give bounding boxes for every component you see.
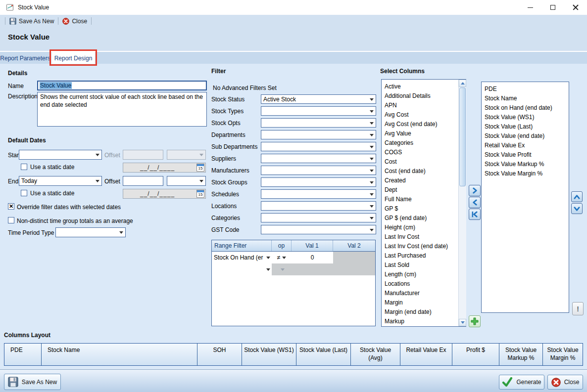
layout-column-header[interactable]: Stock Value (Last)	[296, 344, 351, 365]
filter-combo[interactable]	[261, 118, 376, 128]
list-item[interactable]: Markup	[382, 317, 458, 326]
filter-combo[interactable]	[261, 130, 376, 139]
list-item[interactable]: Stock Name	[482, 94, 569, 103]
layout-column-header[interactable]: PDE	[4, 344, 42, 365]
list-item[interactable]: Margin	[382, 298, 458, 307]
layout-column-header[interactable]: Stock Value (Avg)	[351, 344, 400, 365]
list-item[interactable]: Full Name	[382, 195, 458, 204]
list-item[interactable]: Stock Value Margin %	[482, 169, 569, 178]
calendar-icon[interactable]: 15	[196, 190, 204, 198]
layout-column-header[interactable]: Stock Value Markup %	[499, 344, 543, 365]
layout-column-header[interactable]: Profit $	[452, 344, 499, 365]
list-item[interactable]: PDE	[482, 85, 569, 94]
filter-combo[interactable]	[261, 213, 376, 222]
list-item[interactable]: GP $ (end date)	[382, 214, 458, 223]
close-toolbar-button[interactable]: Close	[61, 18, 89, 25]
layout-column-header[interactable]: Stock Name	[42, 344, 197, 365]
range-val1-cell[interactable]: 0	[292, 252, 333, 263]
start-date-combo[interactable]	[19, 150, 102, 160]
list-item[interactable]: Stock Value (WS1)	[482, 113, 569, 122]
save-as-new-button[interactable]: Save As New	[4, 374, 61, 390]
filter-combo[interactable]	[261, 106, 376, 116]
list-item[interactable]: Additional Details	[382, 91, 458, 101]
list-item[interactable]: Active	[382, 82, 458, 91]
move-up-button[interactable]	[571, 191, 583, 202]
filter-combo[interactable]	[261, 189, 376, 199]
move-down-button[interactable]	[571, 203, 583, 214]
time-period-type-combo[interactable]	[55, 227, 126, 237]
list-item[interactable]: Created	[382, 176, 458, 185]
move-left-button[interactable]	[469, 197, 481, 208]
range-field-combo-empty[interactable]	[212, 263, 272, 275]
layout-column-header[interactable]: SOH	[197, 344, 242, 365]
name-input[interactable]: Stock Value	[37, 81, 207, 90]
column-info-button[interactable]: !	[572, 302, 584, 315]
end-static-date-checkbox[interactable]	[21, 190, 27, 196]
filter-combo[interactable]	[261, 142, 376, 151]
range-field-combo[interactable]: Stock On Hand (er	[212, 252, 272, 263]
range-op-combo[interactable]: ≠	[272, 252, 292, 263]
filter-combo[interactable]	[261, 201, 376, 211]
move-right-button[interactable]	[469, 185, 481, 196]
list-item[interactable]: Cost (end date)	[382, 167, 458, 176]
list-item[interactable]: Avg Value	[382, 129, 458, 138]
selected-columns-listbox[interactable]: PDEStock NameStock on Hand (end date)Sto…	[481, 82, 569, 313]
list-item[interactable]: Stock on Hand (end date)	[482, 103, 569, 113]
end-offset-unit-combo[interactable]	[167, 176, 206, 186]
scrollbar-thumb[interactable]	[459, 87, 466, 186]
end-static-date-input[interactable]: __/__/____ 15	[123, 189, 206, 199]
list-item[interactable]: Last Purchased	[382, 251, 458, 261]
filter-combo[interactable]	[261, 177, 376, 187]
list-item[interactable]: Cost	[382, 157, 458, 167]
list-item[interactable]: Stock Value Markup %	[482, 160, 569, 169]
list-item[interactable]: GP $	[382, 204, 458, 214]
minimize-button[interactable]	[519, 0, 541, 15]
close-button[interactable]: Close	[547, 375, 583, 390]
list-item[interactable]: Margin (end date)	[382, 307, 458, 317]
filter-combo[interactable]: Active Stock	[261, 94, 376, 104]
start-static-date-input[interactable]: __/__/____ 15	[123, 163, 206, 173]
end-date-combo[interactable]: Today	[19, 176, 102, 186]
list-item[interactable]: Stock Value (end date)	[482, 131, 569, 141]
layout-column-header[interactable]: Retail Value Ex	[400, 344, 452, 365]
save-as-new-toolbar-button[interactable]: Save As New	[8, 18, 55, 25]
available-columns-listbox[interactable]: ActiveAdditional DetailsAPNAvg CostAvg C…	[381, 79, 466, 327]
list-item[interactable]: Avg Cost	[382, 110, 458, 120]
filter-row: Stock Groups	[211, 177, 376, 187]
list-item[interactable]: Last Inv Cost	[382, 232, 458, 242]
description-input[interactable]: Shows the current stock value of each st…	[37, 92, 207, 127]
list-item[interactable]: Avg Cost (end date)	[382, 120, 458, 129]
filter-combo[interactable]	[261, 166, 376, 175]
layout-column-header[interactable]: Stock Value (WS1)	[242, 344, 296, 365]
list-item[interactable]: Height (cm)	[382, 223, 458, 232]
layout-column-header[interactable]: Stock Value Margin %	[543, 344, 583, 365]
move-all-left-button[interactable]	[469, 209, 481, 220]
list-item[interactable]: Retail Value Ex	[482, 141, 569, 150]
scroll-up-button[interactable]	[459, 80, 466, 87]
list-item[interactable]: APN	[382, 101, 458, 110]
scroll-down-button[interactable]	[459, 319, 466, 326]
list-item[interactable]: Stock Value Profit	[482, 150, 569, 160]
list-item[interactable]: Manufacturer	[382, 289, 458, 298]
maximize-button[interactable]	[541, 0, 564, 15]
start-static-date-checkbox[interactable]	[21, 164, 27, 170]
filter-combo[interactable]	[261, 225, 376, 234]
filter-combo[interactable]	[261, 154, 376, 163]
available-columns-scrollbar[interactable]	[458, 80, 466, 326]
nondistinct-checkbox[interactable]	[8, 217, 14, 223]
add-custom-column-button[interactable]	[469, 315, 481, 327]
end-offset-input[interactable]	[123, 176, 163, 186]
override-dates-checkbox[interactable]: ✕	[8, 203, 14, 210]
tab-report-parameters[interactable]: Report Parameters	[0, 52, 51, 65]
list-item[interactable]: Length (cm)	[382, 270, 458, 279]
list-item[interactable]: Last Sold	[382, 261, 458, 270]
generate-button[interactable]: Generate	[499, 375, 544, 390]
list-item[interactable]: Last Inv Cost (end date)	[382, 242, 458, 251]
list-item[interactable]: COGS	[382, 148, 458, 157]
list-item[interactable]: Stock Value (Last)	[482, 122, 569, 131]
close-window-button[interactable]	[564, 0, 587, 15]
list-item[interactable]: Categories	[382, 138, 458, 148]
calendar-icon[interactable]: 15	[196, 164, 204, 172]
list-item[interactable]: Dept	[382, 185, 458, 195]
list-item[interactable]: Locations	[382, 279, 458, 289]
